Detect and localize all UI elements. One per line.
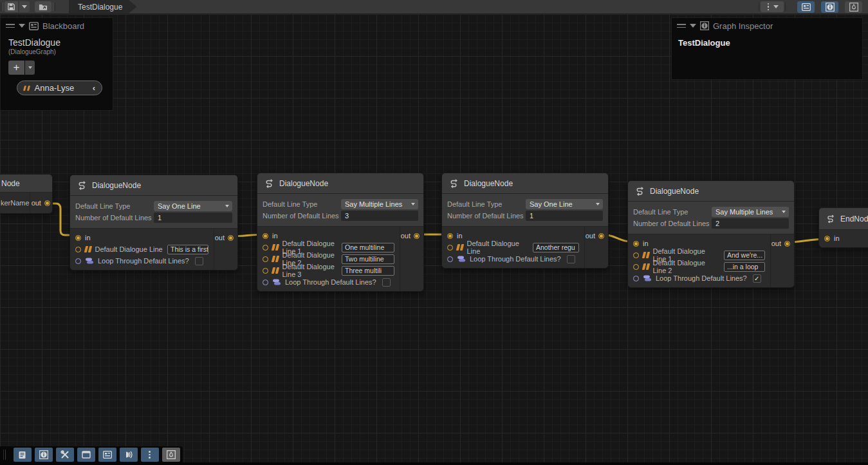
- toggle-blackboard-button[interactable]: [98, 448, 116, 462]
- toggle-flame-button[interactable]: [845, 1, 862, 13]
- node-title-bar[interactable]: DialogueNode: [442, 173, 608, 194]
- save-dropdown-button[interactable]: [19, 1, 30, 12]
- collapse-triangle-icon[interactable]: [690, 24, 696, 28]
- blackboard-field-anna-lyse[interactable]: Anna-Lyse ‹: [17, 81, 102, 95]
- dropdown-arrow-icon: [773, 5, 779, 8]
- line-type-dropdown[interactable]: Say One Line: [154, 201, 232, 211]
- blackboard-header[interactable]: Blackboard: [1, 18, 113, 33]
- toggle-flame-button[interactable]: [162, 448, 180, 462]
- add-variable-button[interactable]: +: [8, 61, 24, 75]
- drag-handle-icon[interactable]: [6, 24, 15, 28]
- line-count-input[interactable]: 1: [154, 213, 232, 223]
- dialogue-line-port[interactable]: [447, 245, 453, 251]
- toggle-blackboard-button[interactable]: [797, 1, 815, 13]
- out-port-label: out: [771, 240, 781, 247]
- loop-checkbox[interactable]: [567, 255, 575, 263]
- line-count-label: Number of Default Lines: [263, 212, 341, 220]
- dialogue-line-port[interactable]: [263, 256, 268, 262]
- loop-port[interactable]: [633, 276, 639, 281]
- line-count-input[interactable]: 2: [712, 218, 789, 229]
- dropdown-arrow-icon: [782, 211, 786, 213]
- node-title-bar[interactable]: DialogueNode: [70, 175, 237, 196]
- quote-icon: [272, 267, 279, 274]
- toggle-window-button[interactable]: [77, 448, 95, 462]
- loop-icon: [272, 278, 281, 286]
- quote-icon: [642, 252, 650, 258]
- node-title-bar[interactable]: EndNode: [819, 208, 868, 230]
- window-icon: [82, 451, 91, 459]
- line-count-input[interactable]: 1: [526, 211, 603, 221]
- dialogue-line-port[interactable]: [633, 264, 639, 270]
- dialogue-line-input[interactable]: One multiline: [342, 243, 394, 252]
- node-title-bar[interactable]: Node: [0, 175, 52, 193]
- line-count-input[interactable]: 3: [341, 211, 418, 221]
- dropdown-arrow-icon: [225, 205, 229, 207]
- node-title: DialogueNode: [92, 181, 141, 190]
- graph-options-button[interactable]: [761, 1, 784, 12]
- toggle-inspector-button[interactable]: [821, 1, 838, 13]
- dialogue-line-value: And we're...: [727, 251, 762, 259]
- toolbar-options-button[interactable]: [141, 448, 159, 462]
- open-asset-button[interactable]: [35, 1, 51, 12]
- loop-label: Loop Through Default Lines?: [98, 257, 189, 265]
- out-port[interactable]: [414, 233, 420, 239]
- dialogue-line-input[interactable]: And we're...: [724, 251, 765, 260]
- checkmark: ✓: [754, 275, 759, 282]
- add-variable-dropdown-button[interactable]: [25, 61, 35, 75]
- line-count-value: 1: [158, 214, 162, 222]
- toggle-dialogue-button[interactable]: [120, 448, 138, 462]
- toggle-inspector-button[interactable]: [35, 448, 53, 462]
- save-button[interactable]: [5, 1, 18, 12]
- dialogue-node-4[interactable]: DialogueNode Default Line Type Say Multi…: [627, 180, 795, 288]
- loop-port[interactable]: [263, 280, 268, 285]
- graph-inspector-panel[interactable]: Graph Inspector TestDialogue: [671, 17, 863, 80]
- line-type-dropdown[interactable]: Say Multiple Lines: [712, 207, 789, 217]
- bottom-toolbar: [0, 446, 183, 463]
- loop-checkbox[interactable]: [382, 278, 391, 287]
- in-port[interactable]: [633, 241, 639, 247]
- out-port[interactable]: [44, 200, 50, 206]
- line-type-dropdown[interactable]: Say Multiple Lines: [341, 199, 418, 209]
- toggle-console-button[interactable]: [14, 448, 32, 462]
- dialogue-line-input[interactable]: Three multili: [342, 266, 394, 276]
- tab-label: TestDialogue: [78, 3, 122, 12]
- dropdown-arrow-icon: [22, 5, 27, 8]
- dialogue-node-2[interactable]: DialogueNode Default Line Type Say Multi…: [257, 173, 424, 292]
- out-port[interactable]: [784, 241, 790, 247]
- in-port[interactable]: [824, 236, 830, 242]
- dialogue-line-port[interactable]: [263, 245, 268, 251]
- graph-inspector-selection: TestDialogue: [672, 33, 862, 52]
- loop-checkbox[interactable]: [195, 257, 203, 265]
- out-port[interactable]: [598, 233, 604, 239]
- drag-handle-icon[interactable]: [677, 24, 686, 28]
- end-node[interactable]: EndNode in: [818, 207, 868, 248]
- collapse-chevron-icon[interactable]: ‹: [93, 83, 95, 93]
- dialogue-node-3[interactable]: DialogueNode Default Line Type Say One L…: [441, 173, 609, 269]
- dialogue-line-input[interactable]: This is a first: [167, 245, 208, 254]
- quote-icon: [456, 244, 464, 251]
- loop-port[interactable]: [75, 258, 81, 264]
- dialogue-line-port[interactable]: [633, 252, 639, 258]
- dialogue-line-input[interactable]: ...in a loop: [724, 262, 765, 272]
- start-node-partial[interactable]: Node kerName out: [0, 174, 53, 214]
- node-title-bar[interactable]: DialogueNode: [628, 181, 794, 202]
- collapse-triangle-icon[interactable]: [19, 24, 25, 28]
- node-title-bar[interactable]: DialogueNode: [257, 173, 423, 194]
- dialogue-line-port[interactable]: [75, 247, 81, 252]
- blackboard-panel[interactable]: Blackboard TestDialogue (DialogueGraph) …: [0, 17, 113, 111]
- line-type-dropdown[interactable]: Say One Line: [526, 199, 603, 209]
- graph-inspector-header[interactable]: Graph Inspector: [672, 18, 862, 33]
- dialogue-line-input[interactable]: Another regu: [533, 243, 579, 252]
- loop-checkbox[interactable]: ✓: [753, 274, 761, 283]
- toggle-tools-button[interactable]: [56, 448, 74, 462]
- dialogue-line-input[interactable]: Two multiline: [342, 254, 394, 264]
- in-port[interactable]: [263, 233, 268, 239]
- in-port[interactable]: [447, 233, 453, 239]
- out-port[interactable]: [228, 235, 234, 241]
- in-port[interactable]: [75, 235, 81, 241]
- dialogue-line-port[interactable]: [263, 268, 268, 274]
- quote-icon: [272, 244, 279, 251]
- loop-port[interactable]: [447, 256, 453, 262]
- dialogue-node-1[interactable]: DialogueNode Default Line Type Say One L…: [69, 175, 238, 270]
- tab-testdialogue[interactable]: TestDialogue: [69, 0, 136, 14]
